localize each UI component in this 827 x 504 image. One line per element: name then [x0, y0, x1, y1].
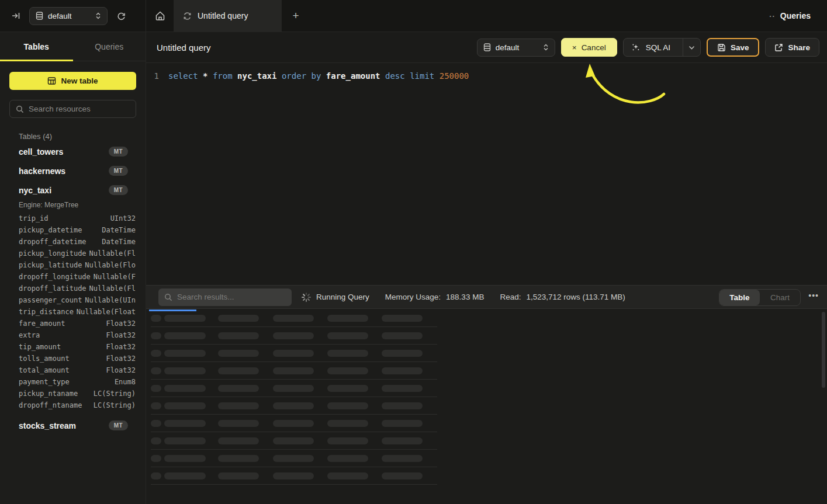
engine-badge: MT — [109, 166, 128, 176]
read-label: Read: — [500, 293, 521, 301]
sidebar: Tables Queries New table Tables (4) cell… — [0, 32, 146, 504]
ai-sparkle-icon — [631, 43, 641, 52]
database-icon — [36, 12, 43, 20]
skeleton-row — [146, 450, 827, 467]
cancel-label: Cancel — [582, 43, 606, 52]
database-selector[interactable]: default — [29, 7, 108, 25]
column-type: Float32 — [106, 366, 136, 374]
skeleton-row — [146, 327, 827, 345]
column-type: Float32 — [106, 331, 136, 339]
column-row: tip_amount Float32 — [0, 341, 146, 353]
resource-search-input[interactable] — [29, 105, 130, 113]
skeleton-row — [146, 310, 827, 327]
search-icon — [164, 293, 172, 301]
resource-search[interactable] — [9, 100, 136, 118]
table-name: stocks_stream — [19, 421, 109, 430]
column-type: Enum8 — [115, 378, 136, 386]
table-row[interactable]: stocks_stream MT — [0, 416, 146, 435]
skeleton-row — [146, 432, 827, 450]
database-icon — [483, 43, 491, 51]
sql-statement: select * from nyc_taxi order by fare_amo… — [168, 71, 469, 81]
results-search[interactable] — [158, 289, 292, 306]
view-tab-chart[interactable]: Chart — [760, 290, 800, 305]
read-value: 1,523,712 rows (113.71 MB) — [526, 293, 625, 301]
new-tab-button[interactable]: + — [282, 0, 310, 32]
save-button[interactable]: Save — [707, 38, 760, 57]
refresh-icon[interactable] — [113, 8, 129, 23]
column-row: pickup_latitude Nullable(Flo — [0, 259, 146, 271]
column-type: LC(String) — [94, 390, 136, 398]
new-table-button[interactable]: New table — [9, 72, 136, 90]
column-type: Nullable(UIn — [85, 296, 136, 304]
skeleton-row — [146, 467, 827, 485]
table-name: hackernews — [19, 166, 109, 176]
table-row[interactable]: cell_towers MT — [0, 142, 146, 161]
engine-badge: MT — [109, 185, 128, 195]
table-row[interactable]: nyc_taxi MT — [0, 180, 146, 200]
status-text: Running Query — [316, 293, 369, 301]
sql-ai-button[interactable]: SQL AI — [623, 38, 701, 57]
column-type: LC(String) — [94, 401, 136, 409]
home-icon[interactable] — [146, 0, 174, 32]
memory-usage-value: 188.33 MB — [446, 293, 484, 301]
column-row: extra Float32 — [0, 329, 146, 341]
column-row: dropoff_latitude Nullable(Fl — [0, 283, 146, 294]
view-tab-table[interactable]: Table — [719, 290, 760, 305]
column-name: tolls_amount — [19, 354, 106, 363]
table-engine: Engine: MergeTree — [0, 200, 146, 213]
column-type: DateTime — [102, 238, 136, 246]
tab-queries[interactable]: Queries — [73, 32, 146, 61]
column-name: pickup_datetime — [19, 226, 102, 234]
save-icon — [717, 43, 726, 52]
column-name: trip_id — [19, 214, 110, 223]
tab-tables[interactable]: Tables — [0, 32, 73, 61]
results-table — [146, 310, 827, 504]
tab-sync-icon — [183, 12, 192, 20]
column-type: Float32 — [106, 319, 136, 328]
sql-ai-caret[interactable] — [683, 39, 700, 56]
column-name: payment_type — [19, 378, 115, 386]
column-type: Float32 — [106, 343, 136, 351]
vertical-scrollbar[interactable] — [822, 312, 825, 388]
code-line-1[interactable]: 1 select * from nyc_taxi order by fare_a… — [146, 64, 827, 81]
results-toolbar: Running Query Memory Usage: 188.33 MB Re… — [146, 285, 827, 309]
column-name: passenger_count — [19, 296, 85, 304]
column-name: trip_distance — [19, 308, 77, 316]
query-database-selector[interactable]: default — [477, 39, 555, 57]
column-name: extra — [19, 331, 106, 339]
column-row: passenger_count Nullable(UIn — [0, 294, 146, 306]
column-row: tolls_amount Float32 — [0, 353, 146, 364]
table-row[interactable]: hackernews MT — [0, 161, 146, 180]
table-name: cell_towers — [19, 147, 109, 157]
main-panel: Untitled query default × Cancel — [146, 32, 827, 504]
queries-dots-icon: ·· — [769, 12, 776, 20]
queries-link[interactable]: Queries — [780, 11, 811, 20]
column-row: fare_amount Float32 — [0, 318, 146, 329]
column-type: Nullable(Flo — [85, 261, 136, 269]
column-row: dropoff_longitude Nullable(F — [0, 271, 146, 283]
sql-ai-main[interactable]: SQL AI — [624, 39, 678, 56]
column-type: Nullable(Fl — [89, 284, 136, 293]
column-row: pickup_datetime DateTime — [0, 224, 146, 236]
column-type: Nullable(Fl — [89, 249, 136, 258]
column-type: Float32 — [106, 354, 136, 363]
results-search-input[interactable] — [177, 293, 286, 301]
loading-spinner-icon — [302, 293, 311, 302]
updown-chevron-icon — [95, 12, 101, 20]
collapse-sidebar-icon[interactable] — [8, 8, 23, 23]
topbar-left: default — [0, 0, 146, 32]
cancel-button[interactable]: × Cancel — [561, 38, 617, 57]
tab-untitled-query[interactable]: Untitled query — [174, 0, 282, 32]
column-name: dropoff_latitude — [19, 284, 89, 293]
database-selector-value: default — [48, 12, 72, 20]
sidebar-tabs: Tables Queries — [0, 32, 146, 61]
save-label: Save — [731, 43, 749, 52]
column-row: trip_distance Nullable(Float — [0, 306, 146, 318]
share-button[interactable]: Share — [765, 38, 819, 57]
engine-badge: MT — [109, 420, 128, 430]
query-header: Untitled query default × Cancel — [146, 32, 827, 63]
topbar-right[interactable]: ·· Queries — [769, 0, 827, 32]
column-name: total_amount — [19, 366, 106, 374]
more-options-icon[interactable]: ••• — [808, 291, 819, 300]
sql-editor[interactable]: 1 select * from nyc_taxi order by fare_a… — [146, 64, 827, 285]
